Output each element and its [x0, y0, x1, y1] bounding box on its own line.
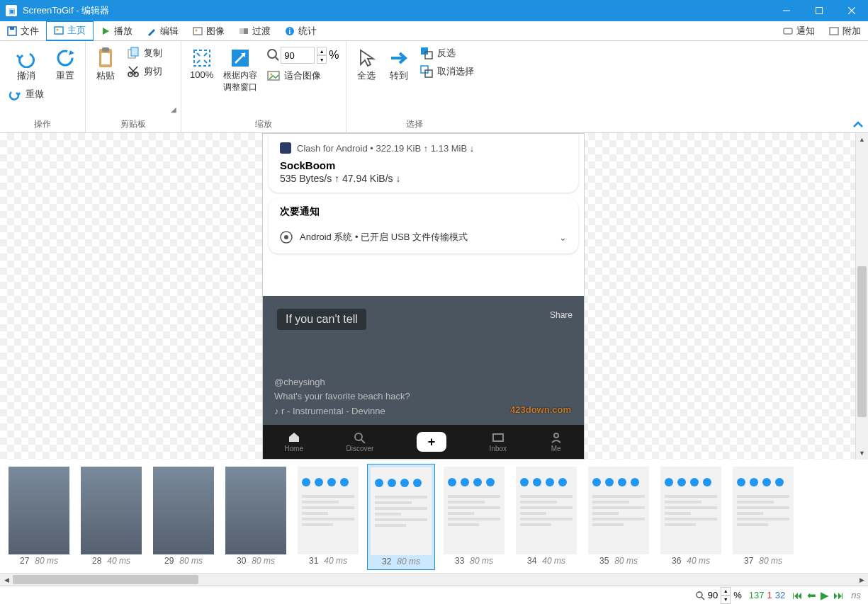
frame-image	[81, 467, 142, 554]
next-frame-button[interactable]: ▶	[821, 589, 829, 602]
svg-point-34	[271, 74, 273, 76]
frame-thumb-29[interactable]: 2980 ms	[150, 464, 217, 569]
vscroll-thumb[interactable]	[857, 266, 867, 417]
frame-thumb-37[interactable]: 3780 ms	[730, 464, 796, 569]
frame-thumb-33[interactable]: 3380 ms	[441, 464, 507, 569]
minimize-button[interactable]	[770, 0, 803, 21]
horizontal-scrollbar[interactable]: ◀ ▶	[0, 573, 868, 586]
frame-label: 2780 ms	[20, 556, 58, 566]
notification-card-clash: Clash for Android • 322.19 KiB ↑ 1.13 Mi…	[269, 134, 578, 193]
goto-button[interactable]: 转到	[383, 44, 415, 85]
redo-button[interactable]: 重做	[4, 85, 48, 103]
close-button[interactable]	[835, 0, 868, 21]
frame-label: 3440 ms	[527, 556, 565, 566]
status-suffix: ns	[851, 590, 861, 600]
nav-discover[interactable]: Discover	[346, 432, 374, 452]
status-zoom-spinner[interactable]: ▲▼	[721, 587, 731, 604]
ribbon-collapse-button[interactable]	[852, 120, 864, 130]
tab-home[interactable]: 主页	[46, 21, 94, 41]
titlebar: ▣ ScreenToGif - 编辑器	[0, 0, 868, 21]
svg-line-42	[361, 440, 365, 443]
maximize-button[interactable]	[803, 0, 835, 21]
fit-window-button[interactable]: 根据内容 调整窗口	[219, 44, 261, 96]
frame-image	[516, 467, 577, 554]
copy-button[interactable]: 复制	[123, 44, 167, 62]
frame-thumb-32[interactable]: 3280 ms	[367, 464, 435, 570]
tab-notifications[interactable]: 通知	[776, 21, 822, 41]
svg-point-10	[196, 29, 198, 31]
zoom-spinner[interactable]: ▲▼	[317, 47, 327, 64]
fit-image-button[interactable]: 适合图像	[263, 67, 342, 85]
svg-line-46	[701, 597, 704, 600]
clipboard-dialog-launcher[interactable]: ◢	[171, 106, 176, 113]
scroll-down-button[interactable]: ▼	[856, 447, 868, 460]
nav-inbox[interactable]: Inbox	[490, 432, 507, 452]
hscroll-thumb[interactable]	[13, 575, 198, 584]
share-label: Share	[550, 310, 573, 320]
svg-rect-9	[193, 28, 202, 35]
tab-play[interactable]: 播放	[94, 21, 140, 41]
ribbon: 撤消 重做 重置 操作 粘贴 复制	[0, 41, 868, 133]
copy-icon	[127, 47, 140, 59]
tab-edit[interactable]: 编辑	[140, 21, 186, 41]
frame-label: 3080 ms	[237, 556, 275, 566]
frame-label: 3380 ms	[455, 556, 493, 566]
clash-app-icon	[280, 142, 291, 154]
cursor-icon	[355, 47, 378, 69]
attach-icon	[829, 26, 839, 36]
reset-button[interactable]: 重置	[50, 44, 81, 85]
cut-button[interactable]: 剪切	[123, 62, 167, 81]
tab-image[interactable]: 图像	[186, 21, 232, 41]
frame-thumb-30[interactable]: 3080 ms	[222, 464, 289, 569]
first-frame-button[interactable]: ⏮	[792, 589, 803, 602]
vertical-scrollbar[interactable]: ▲ ▼	[855, 133, 868, 460]
svg-point-7	[57, 29, 59, 31]
frame-thumb-36[interactable]: 3640 ms	[658, 464, 724, 569]
preview-frame: Clash for Android • 322.19 KiB ↑ 1.13 Mi…	[262, 133, 585, 460]
nav-me[interactable]: Me	[550, 432, 563, 452]
scroll-right-button[interactable]: ▶	[855, 576, 868, 583]
tab-file[interactable]: 文件	[0, 21, 46, 41]
scroll-left-button[interactable]: ◀	[0, 576, 13, 583]
frame-image	[444, 467, 505, 554]
prev-frame-button[interactable]: ⬅	[807, 589, 816, 602]
menu-tabs: 文件 主页 播放 编辑 图像 过渡 i统计 通知 附加	[0, 21, 868, 41]
android-system-row[interactable]: Android 系统 • 已开启 USB 文件传输模式 ⌄	[269, 225, 578, 253]
caption-bubble: If you can't tell	[277, 309, 366, 330]
select-all-button[interactable]: 全选	[351, 44, 382, 85]
svg-rect-1	[816, 8, 823, 14]
canvas-area: Clash for Android • 322.19 KiB ↑ 1.13 Mi…	[0, 133, 868, 460]
frame-image	[371, 467, 432, 555]
frame-thumb-28[interactable]: 2840 ms	[78, 464, 145, 569]
svg-rect-16	[830, 28, 838, 35]
tab-stats[interactable]: i统计	[278, 21, 324, 41]
deselect-button[interactable]: 取消选择	[416, 62, 478, 81]
clipboard-icon	[94, 47, 117, 69]
frame-image	[733, 467, 794, 554]
last-frame-button[interactable]: ⏭	[833, 589, 844, 602]
invert-selection-button[interactable]: 反选	[416, 44, 478, 62]
tiktok-meta: @cheysingh What's your favorite beach ha…	[274, 375, 410, 419]
frame-thumb-27[interactable]: 2780 ms	[6, 464, 72, 569]
nav-add-button[interactable]: +	[417, 432, 446, 452]
frame-thumb-34[interactable]: 3440 ms	[513, 464, 580, 569]
paste-button[interactable]: 粘贴	[90, 44, 121, 85]
fit-image-icon	[267, 69, 280, 82]
svg-rect-23	[131, 47, 138, 56]
watermark: 423down.com	[510, 404, 571, 415]
svg-rect-21	[101, 53, 110, 64]
scroll-up-button[interactable]: ▲	[856, 133, 868, 146]
undo-button[interactable]: 撤消	[4, 44, 48, 85]
tab-transition[interactable]: 过渡	[232, 21, 278, 41]
zoom-input[interactable]	[281, 47, 315, 64]
ribbon-group-operations: 撤消 重做 重置 操作	[0, 41, 86, 132]
frame-thumb-35[interactable]: 3580 ms	[585, 464, 652, 569]
app-icon: ▣	[6, 5, 17, 16]
undo-icon	[15, 47, 38, 69]
tab-attach[interactable]: 附加	[822, 21, 868, 41]
frame-thumb-31[interactable]: 3140 ms	[295, 464, 361, 569]
picture-icon	[193, 26, 203, 36]
nav-home[interactable]: Home	[284, 432, 303, 452]
zoom-100-button[interactable]: 100%	[186, 44, 218, 83]
canvas-checkerboard[interactable]: Clash for Android • 322.19 KiB ↑ 1.13 Mi…	[0, 133, 855, 460]
